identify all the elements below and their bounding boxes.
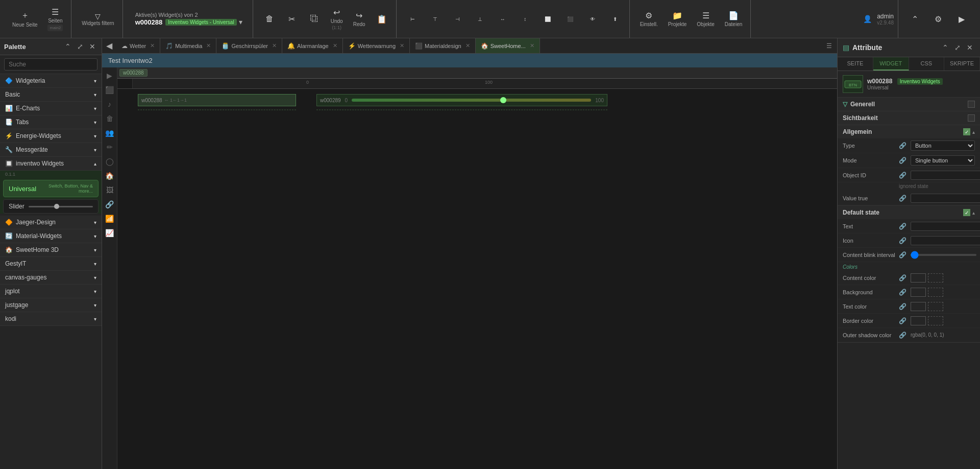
text-color-swatch2[interactable] bbox=[928, 302, 943, 311]
music-icon[interactable]: ♪ bbox=[106, 98, 113, 110]
palette-category-gestylt[interactable]: GestylT ▾ bbox=[0, 257, 102, 271]
link-icon[interactable]: 🔗 bbox=[103, 198, 116, 210]
undo-button[interactable]: ↩ Undo (1:1) bbox=[327, 6, 347, 32]
palette-category-canvas[interactable]: canvas-gauges ▾ bbox=[0, 271, 102, 285]
allgemein-toggle[interactable]: ▴ bbox=[972, 129, 975, 135]
content-color-link-icon[interactable]: 🔗 bbox=[899, 274, 906, 282]
signal-icon[interactable]: 📶 bbox=[103, 213, 116, 225]
mode-select[interactable]: Single button bbox=[911, 155, 975, 166]
palette-category-justgage[interactable]: justgage ▾ bbox=[0, 298, 102, 312]
content-color-swatch[interactable] bbox=[911, 273, 926, 283]
palette-category-header-material[interactable]: 🔄Material-Widgets ▾ bbox=[0, 229, 102, 243]
type-select[interactable]: Button bbox=[911, 140, 975, 151]
palette-category-header-tabs[interactable]: 📑Tabs ▾ bbox=[0, 115, 102, 129]
right-tab-seite[interactable]: SEITE bbox=[838, 57, 873, 71]
background-swatch[interactable] bbox=[911, 288, 926, 297]
palette-category-header-messgeraete[interactable]: 🔧Messgeräte ▾ bbox=[0, 143, 102, 157]
palette-category-basic[interactable]: Basic ▾ bbox=[0, 88, 102, 102]
wetter-tab-close[interactable]: ✕ bbox=[150, 42, 155, 49]
sweethome-tab-close[interactable]: ✕ bbox=[530, 42, 534, 49]
tab-geschirrspueler[interactable]: 🫙 Geschirrspüler ✕ bbox=[216, 38, 282, 53]
distribute-v-button[interactable]: ↕ bbox=[515, 14, 535, 24]
shadow-color-link-icon[interactable]: 🔗 bbox=[899, 332, 906, 339]
widgets-filter-button[interactable]: ▽ Widgets filtern bbox=[78, 10, 118, 28]
dateien-button[interactable]: 📄 Dateien bbox=[721, 9, 746, 29]
right-tab-skripte[interactable]: SKRIPTE bbox=[944, 57, 980, 71]
right-panel-expand-button[interactable]: ⌃ bbox=[940, 42, 950, 53]
home-side-icon[interactable]: 🏠 bbox=[103, 170, 116, 182]
pages-button[interactable]: ☰ Seiten main2 bbox=[43, 5, 67, 33]
palette-category-jaeger[interactable]: 🔶Jaeger-Design ▾ bbox=[0, 216, 102, 229]
palette-category-material[interactable]: 🔄Material-Widgets ▾ bbox=[0, 229, 102, 243]
view-button[interactable]: 👁 bbox=[582, 14, 603, 24]
widget-bar-item[interactable]: w000288 bbox=[119, 69, 148, 77]
blink-slider[interactable] bbox=[911, 254, 976, 256]
palette-category-widgeteria[interactable]: 🔷Widgeteria ▾ bbox=[0, 74, 102, 88]
objekte-button[interactable]: ☰ Objekte bbox=[693, 9, 718, 29]
palette-category-messgeraete[interactable]: 🔧Messgeräte ▾ bbox=[0, 143, 102, 157]
generell-checkbox[interactable] bbox=[968, 101, 975, 108]
palette-category-header-echarts[interactable]: 📊E-Charts ▾ bbox=[0, 102, 102, 115]
tab-more-button[interactable]: ☰ bbox=[821, 42, 837, 50]
prop-section-header-generell[interactable]: ▽ Generell bbox=[838, 98, 980, 111]
canvas-workspace[interactable]: w000288 0 100 bbox=[117, 67, 837, 469]
palette-category-header-gestylt[interactable]: GestylT ▾ bbox=[0, 257, 102, 271]
settings-user-button[interactable]: ⚙ bbox=[928, 12, 948, 26]
tab-wetterwarnung[interactable]: ⚡ Wetterwarnung ✕ bbox=[343, 38, 410, 53]
tab-sweethome[interactable]: 🏠 SweetHome... ✕ bbox=[476, 38, 540, 53]
delete-button[interactable]: 🗑 bbox=[259, 12, 280, 26]
text-color-link-icon[interactable]: 🔗 bbox=[899, 303, 906, 310]
palette-category-header-basic[interactable]: Basic ▾ bbox=[0, 88, 102, 102]
align-left-button[interactable]: ⊢ bbox=[403, 14, 423, 24]
new-page-button[interactable]: ＋ Neue Seite bbox=[8, 8, 41, 30]
icon-link-icon[interactable]: 🔗 bbox=[899, 237, 906, 244]
canvas-widget-universal[interactable]: w000288 ↔ 1←1→1 bbox=[138, 94, 296, 106]
canvas-widget-slider[interactable]: w000289 0 100 bbox=[316, 94, 607, 106]
right-tab-css[interactable]: CSS bbox=[909, 57, 945, 71]
distribute-h-button[interactable]: ↔ bbox=[493, 14, 513, 24]
palette-category-energie[interactable]: ⚡Energie-Widgets ▾ bbox=[0, 129, 102, 143]
widget-dropdown-arrow[interactable]: ▾ bbox=[239, 18, 242, 26]
share-button[interactable]: ⬆ bbox=[605, 14, 625, 24]
palette-category-kodi[interactable]: kodi ▾ bbox=[0, 312, 102, 326]
palette-category-header-smarthome[interactable]: 🏠SweetHome 3D ▾ bbox=[0, 243, 102, 257]
text-color-swatch[interactable] bbox=[911, 302, 926, 311]
palette-category-header-kodi[interactable]: kodi ▾ bbox=[0, 312, 102, 326]
alarmanlage-tab-close[interactable]: ✕ bbox=[333, 42, 337, 49]
align-top-button[interactable]: ⊤ bbox=[425, 14, 446, 24]
text-link-icon[interactable]: 🔗 bbox=[899, 223, 906, 230]
type-link-icon[interactable]: 🔗 bbox=[899, 142, 906, 149]
users-icon[interactable]: 👥 bbox=[103, 127, 116, 139]
palette-category-header-energie[interactable]: ⚡Energie-Widgets ▾ bbox=[0, 129, 102, 143]
blink-link-icon[interactable]: 🔗 bbox=[899, 251, 906, 259]
trash-side-icon[interactable]: 🗑 bbox=[104, 112, 115, 125]
background-swatch2[interactable] bbox=[928, 288, 943, 297]
palette-category-header-inventwo[interactable]: 🔲inventwo Widgets ▴ bbox=[0, 157, 102, 171]
palette-widget-slider[interactable]: Slider bbox=[3, 199, 99, 214]
palette-category-header-jqplot[interactable]: jqplot ▾ bbox=[0, 285, 102, 298]
right-panel-popout-button[interactable]: ⤢ bbox=[952, 42, 963, 53]
prop-section-header-sichtbarkeit[interactable]: Sichtbarkeit bbox=[838, 111, 980, 125]
minimize-button[interactable]: ⌃ bbox=[904, 12, 925, 26]
border-color-swatch2[interactable] bbox=[928, 316, 943, 325]
palette-category-jqplot[interactable]: jqplot ▾ bbox=[0, 285, 102, 298]
tab-alarmanlage[interactable]: 🔔 Alarmanlage ✕ bbox=[282, 38, 343, 53]
multimedia-tab-close[interactable]: ✕ bbox=[206, 42, 211, 49]
chart-icon[interactable]: 📈 bbox=[103, 227, 116, 239]
redo-button[interactable]: ↪ Redo bbox=[349, 9, 370, 29]
geschirrspueler-tab-close[interactable]: ✕ bbox=[272, 42, 277, 49]
play-button[interactable]: ▶ bbox=[951, 12, 972, 26]
prop-section-header-allgemein[interactable]: Allgemein ✓ ▴ bbox=[838, 125, 980, 138]
image-icon[interactable]: 🖼 bbox=[104, 184, 115, 196]
right-tab-widget[interactable]: WIDGET bbox=[873, 57, 909, 71]
palette-category-tabs[interactable]: 📑Tabs ▾ bbox=[0, 115, 102, 129]
allgemein-checkbox[interactable]: ✓ bbox=[963, 128, 970, 135]
copy-button[interactable]: ⿻ bbox=[304, 12, 325, 26]
palette-category-header-justgage[interactable]: justgage ▾ bbox=[0, 298, 102, 312]
border-color-swatch[interactable] bbox=[911, 316, 926, 325]
text-input[interactable] bbox=[911, 222, 980, 231]
tab-multimedia[interactable]: 🎵 Multimedia ✕ bbox=[160, 38, 216, 53]
layers-icon[interactable]: ⬛ bbox=[103, 84, 116, 96]
icon-input[interactable] bbox=[911, 236, 980, 245]
palette-category-header-canvas[interactable]: canvas-gauges ▾ bbox=[0, 271, 102, 285]
